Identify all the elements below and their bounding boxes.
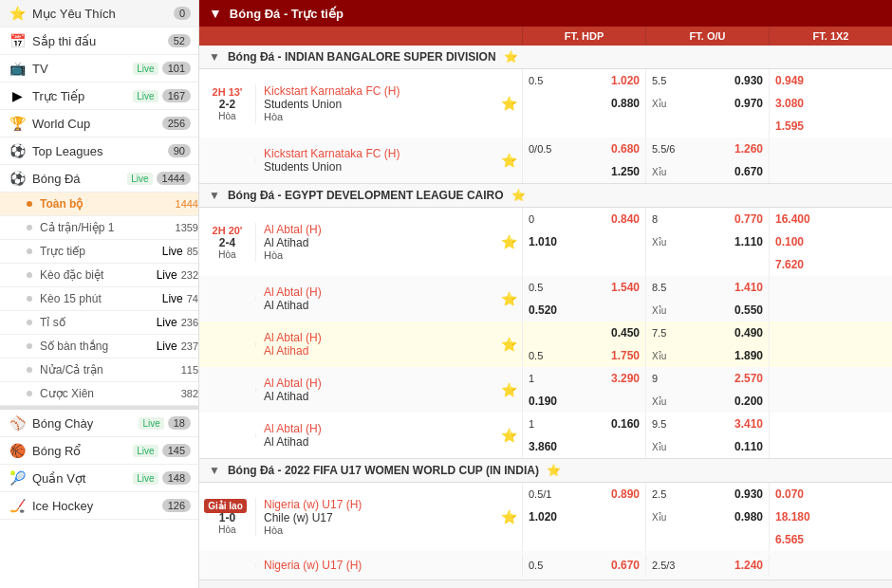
match-score: 2-4 bbox=[203, 236, 251, 249]
sidebar-item-top-leagues[interactable]: ⚽ Top Leagues 90 bbox=[0, 138, 198, 165]
league-collapse-arrow[interactable]: ▼ bbox=[209, 189, 220, 202]
odds-cell-top[interactable]: 1 0.160 bbox=[523, 413, 645, 435]
sidebar-item-ice-hockey[interactable]: 🏒 Ice Hockey 126 bbox=[0, 492, 198, 520]
odds-cell-bot[interactable]: 7.620 bbox=[770, 253, 892, 276]
fav-star[interactable]: ⭐ bbox=[495, 96, 522, 111]
odds-cell-bot[interactable]: 0.190 bbox=[523, 390, 645, 413]
odds-cell-bot[interactable]: Xỉu 0.200 bbox=[646, 390, 769, 413]
odds-cell-top[interactable]: 7.5 0.490 bbox=[646, 322, 769, 344]
odds-cell-mid[interactable]: 3.080 bbox=[770, 92, 892, 115]
sidebar-sub-ti-so[interactable]: Tỉ số Live 236 bbox=[0, 311, 198, 335]
sidebar-item-bong-ro[interactable]: 🏀 Bóng Rổ Live 145 bbox=[0, 437, 198, 465]
odds-line: 0.5/1 bbox=[529, 488, 551, 500]
dot-icon bbox=[27, 320, 32, 325]
sidebar-sub-ca-tran[interactable]: Cả trận/Hiệp 1 1359 bbox=[0, 216, 198, 240]
sidebar-item-muc-yeu-thich[interactable]: ⭐ Mục Yêu Thích 0 bbox=[0, 0, 198, 28]
sidebar-sub-so-ban-thang[interactable]: Số bàn thắng Live 237 bbox=[0, 335, 198, 358]
team-home: Al Abtal (H) bbox=[264, 377, 488, 390]
table-row: 2H 13' 2-2 Hòa Kickstart Karnataka FC (H… bbox=[199, 69, 892, 138]
league-fav-star[interactable]: ⭐ bbox=[511, 189, 526, 202]
odds-cell-top[interactable]: 16.400 bbox=[770, 208, 892, 230]
odds-cell-mid[interactable]: 18.180 bbox=[770, 505, 892, 528]
odds-cell-top[interactable]: 1 3.290 bbox=[523, 367, 645, 390]
odds-cell-top[interactable]: 0.070 bbox=[770, 483, 892, 505]
fav-star[interactable]: ⭐ bbox=[495, 337, 522, 352]
sidebar-item-tv[interactable]: 📺 TV Live 101 bbox=[0, 55, 198, 83]
sidebar-sub-toan-bo[interactable]: Toàn bộ 1444 bbox=[0, 193, 198, 216]
odds-val: 1.020 bbox=[529, 510, 557, 524]
odds-cell-top[interactable]: 8.5 1.410 bbox=[646, 276, 769, 299]
odds-cell-top[interactable]: 9.5 3.410 bbox=[646, 413, 769, 435]
odds-cell-mid[interactable]: 0.100 bbox=[770, 230, 892, 253]
odds-group: 0.450 0.5 1.750 7.5 0.490 Xỉu 1.890 bbox=[522, 322, 892, 367]
odds-cell-bot[interactable]: Xỉu 0.670 bbox=[646, 160, 769, 183]
odds-cell-bot[interactable]: Xỉu 0.110 bbox=[646, 435, 769, 458]
odds-line: 9.5 bbox=[652, 418, 666, 430]
sidebar-item-quan-vot[interactable]: 🎾 Quần Vợt Live 148 bbox=[0, 465, 198, 492]
sidebar-item-bong-chay[interactable]: ⚾ Bóng Chày Live 18 bbox=[0, 410, 198, 437]
odds-cell-top[interactable]: 5.5 0.930 bbox=[646, 69, 769, 92]
team-home: Al Abtal (H) bbox=[264, 285, 488, 299]
giailao-badge: Giải lao bbox=[203, 500, 251, 511]
league-fav-star[interactable]: ⭐ bbox=[504, 50, 518, 64]
odds-cell-bot[interactable]: 3.860 bbox=[523, 435, 645, 458]
odds-cell-bot[interactable]: 1.250 bbox=[523, 160, 645, 183]
odds-cell-top[interactable]: 0.5 0.670 bbox=[523, 554, 645, 577]
league-collapse-arrow[interactable]: ▼ bbox=[209, 464, 220, 477]
dot-icon bbox=[27, 367, 32, 373]
odds-cell-bot[interactable]: Xỉu 1.890 bbox=[646, 344, 769, 367]
sidebar-sub-nua-ca-tran[interactable]: Nửa/Cả trận 115 bbox=[0, 358, 198, 382]
odds-cell-bot[interactable]: 1.595 bbox=[770, 115, 892, 138]
odds-cell-top[interactable]: 5.5/6 1.260 bbox=[646, 138, 769, 160]
odds-cell-top[interactable]: 0 0.840 bbox=[523, 208, 645, 230]
odds-cell-top[interactable]: 2.5/3 1.240 bbox=[646, 554, 769, 577]
sidebar-sub-keo-15-phut[interactable]: Kèo 15 phút Live 74 bbox=[0, 287, 198, 311]
league-fav-star[interactable]: ⭐ bbox=[547, 464, 561, 477]
odds-cell-top[interactable]: 0.949 bbox=[770, 69, 892, 92]
odds-cell-bot[interactable]: 0.520 bbox=[523, 299, 645, 322]
odds-cell-bot[interactable]: 0.5 1.750 bbox=[523, 344, 645, 367]
odds-cell-bot[interactable]: 0.880 bbox=[523, 92, 645, 115]
sidebar-sub-truc-tiep[interactable]: Trực tiếp Live 85 bbox=[0, 240, 198, 264]
odds-cell-top[interactable]: 0.5 1.020 bbox=[523, 69, 645, 92]
odds-cell-bot[interactable]: 1.020 bbox=[523, 505, 645, 528]
sidebar-item-bong-da[interactable]: ⚽ Bóng Đá Live 1444 bbox=[0, 165, 198, 193]
odds-cell-bot[interactable]: Xỉu 0.970 bbox=[646, 92, 769, 115]
sub-label: Toàn bộ bbox=[40, 197, 172, 211]
odds-cell-top[interactable]: 0.450 bbox=[523, 322, 645, 344]
fav-star[interactable]: ⭐ bbox=[495, 291, 522, 306]
odds-group: 0.5 1.540 0.520 8.5 1.410 Xỉu 0.550 bbox=[522, 276, 892, 322]
odds-cell-top[interactable]: 0.5 1.540 bbox=[523, 276, 645, 299]
odds-cell-top[interactable]: 0/0.5 0.680 bbox=[523, 138, 645, 160]
odds-val: 1.250 bbox=[611, 165, 640, 178]
sidebar-sub-keo-dac-biet[interactable]: Kèo đặc biệt Live 232 bbox=[0, 264, 198, 287]
odds-cell-top[interactable]: 9 2.570 bbox=[646, 367, 769, 390]
odds-ou: 8.5 1.410 Xỉu 0.550 bbox=[645, 276, 769, 322]
odds-cell-bot[interactable]: Xỉu 1.110 bbox=[646, 230, 769, 253]
league-collapse-arrow[interactable]: ▼ bbox=[209, 50, 220, 64]
odds-cell-top[interactable]: 2.5 0.930 bbox=[646, 483, 769, 505]
odds-group: 1 3.290 0.190 9 2.570 Xỉu 0.200 bbox=[522, 367, 892, 413]
odds-cell-bot[interactable]: Xỉu 0.980 bbox=[646, 505, 769, 528]
fav-star[interactable]: ⭐ bbox=[495, 382, 522, 397]
odds-cell-bot[interactable]: Xỉu 0.550 bbox=[646, 299, 769, 322]
sub-badge: 382 bbox=[181, 388, 198, 399]
sub-label: Trực tiếp bbox=[40, 245, 162, 258]
fav-star[interactable]: ⭐ bbox=[495, 428, 522, 443]
fav-star[interactable]: ⭐ bbox=[495, 153, 522, 168]
dot-icon bbox=[27, 343, 32, 349]
sidebar-item-world-cup[interactable]: 🏆 World Cup 256 bbox=[0, 110, 198, 138]
sidebar-item-truc-tiep[interactable]: ▶ Trực Tiếp Live 167 bbox=[0, 83, 198, 110]
col-header-1x2: FT. 1X2 bbox=[769, 27, 892, 46]
sidebar-item-sap-thi-dau[interactable]: 📅 Sắp thi đấu 52 bbox=[0, 28, 198, 55]
odds-cell-bot[interactable]: 1.010 bbox=[523, 230, 645, 253]
odds-cell-top[interactable]: 0.5/1 0.890 bbox=[523, 483, 645, 505]
match-info: 2H 20' 2-4 Hòa bbox=[199, 223, 256, 262]
collapse-arrow[interactable]: ▼ bbox=[209, 6, 222, 21]
odds-cell-bot[interactable]: 6.565 bbox=[770, 528, 892, 551]
sidebar-sub-cuoc-xien[interactable]: Cược Xiên 382 bbox=[0, 382, 198, 406]
basketball-icon: 🏀 bbox=[8, 443, 27, 458]
odds-cell-top[interactable]: 8 0.770 bbox=[646, 208, 769, 230]
fav-star[interactable]: ⭐ bbox=[495, 509, 522, 524]
fav-star[interactable]: ⭐ bbox=[495, 234, 522, 249]
